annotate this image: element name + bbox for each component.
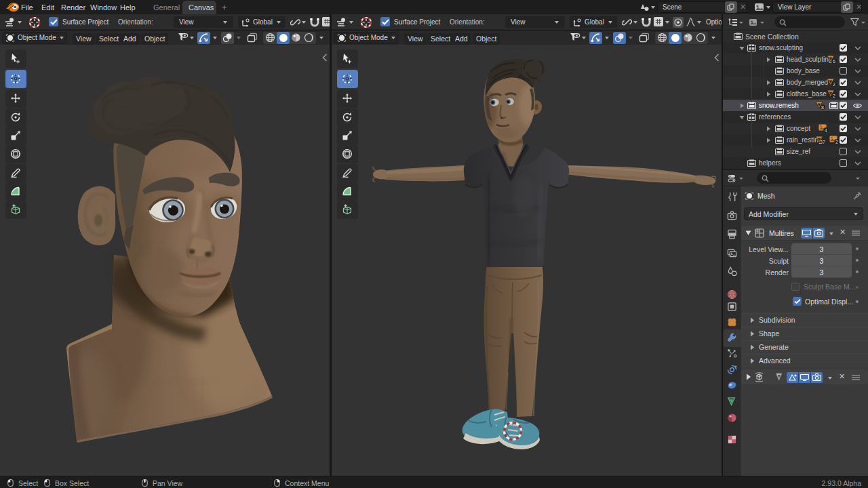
svg-text:2: 2	[833, 94, 835, 98]
svg-text:37: 37	[820, 140, 825, 144]
svg-text:2: 2	[835, 140, 838, 144]
svg-text:4: 4	[825, 128, 827, 133]
svg-text:6: 6	[833, 59, 835, 64]
svg-text:2: 2	[833, 82, 835, 87]
svg-text:8: 8	[821, 105, 824, 110]
